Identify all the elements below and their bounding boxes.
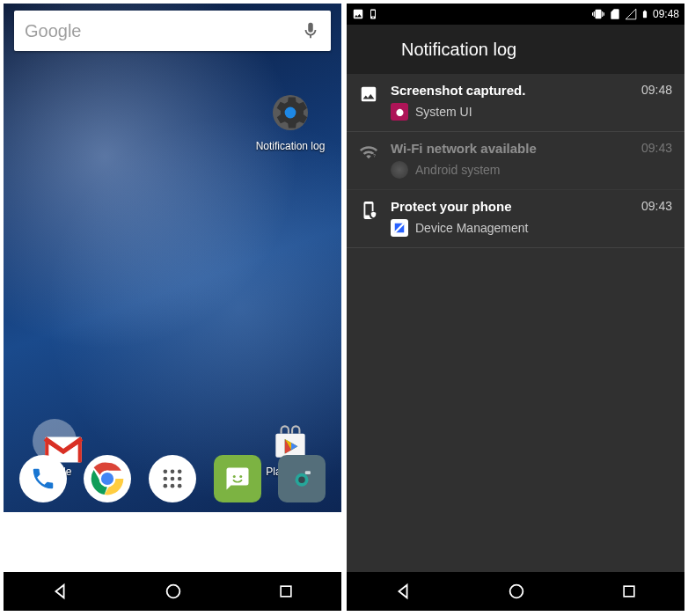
svg-point-8 xyxy=(171,470,175,474)
svg-rect-20 xyxy=(305,471,311,474)
svg-point-16 xyxy=(232,475,235,478)
battery-icon xyxy=(640,8,649,20)
svg-point-9 xyxy=(178,470,182,474)
phone-notification-log: 09:48 Notification log Screenshot captur… xyxy=(347,4,684,611)
chrome-app[interactable] xyxy=(84,455,131,502)
home-button[interactable] xyxy=(507,582,526,601)
google-search-bar[interactable]: Google xyxy=(14,11,331,51)
notification-source: Android system xyxy=(415,163,500,177)
svg-point-7 xyxy=(163,470,167,474)
notification-title: Screenshot captured. xyxy=(391,83,641,98)
message-icon xyxy=(224,466,251,492)
svg-point-1 xyxy=(285,107,296,119)
signal-icon xyxy=(625,8,637,20)
dock xyxy=(4,445,341,512)
gear-icon xyxy=(269,92,311,134)
recent-button[interactable] xyxy=(620,583,638,600)
svg-point-17 xyxy=(239,475,242,478)
svg-point-13 xyxy=(163,484,167,488)
widget-label: Notification log xyxy=(252,140,329,152)
home-wallpaper[interactable]: Google Notification log xyxy=(4,4,341,512)
phone-home: 09:48 Google Notification log xyxy=(4,4,341,611)
nav-bar xyxy=(4,572,341,611)
camera-icon xyxy=(289,466,315,492)
notification-time: 09:43 xyxy=(641,199,672,213)
notification-time: 09:43 xyxy=(641,141,672,155)
sim-icon xyxy=(609,8,621,20)
mic-icon[interactable] xyxy=(301,21,320,40)
phone-small-icon xyxy=(368,8,378,20)
svg-point-14 xyxy=(171,484,175,488)
notification-entry[interactable]: Protect your phone Device Management 09:… xyxy=(347,190,684,248)
svg-point-12 xyxy=(178,477,182,481)
notification-log-widget[interactable]: Notification log xyxy=(252,92,329,152)
home-button[interactable] xyxy=(164,582,183,601)
app-icon-android xyxy=(391,161,408,179)
search-placeholder: Google xyxy=(25,21,301,41)
svg-point-27 xyxy=(510,585,523,598)
status-bar: 09:48 xyxy=(347,4,684,25)
svg-rect-28 xyxy=(624,586,634,597)
back-button[interactable] xyxy=(393,582,413,601)
svg-point-21 xyxy=(167,585,180,598)
apps-icon xyxy=(160,466,185,491)
nav-bar xyxy=(347,572,684,611)
svg-point-19 xyxy=(298,477,305,484)
messaging-app[interactable] xyxy=(214,455,261,502)
notification-title: Wi-Fi network available xyxy=(391,141,641,156)
vibrate-icon xyxy=(591,8,605,20)
app-icon-device-mgmt xyxy=(391,219,408,237)
page-title: Notification log xyxy=(347,25,684,74)
app-drawer[interactable] xyxy=(149,455,196,502)
notification-source: Device Management xyxy=(415,221,528,235)
notification-entry[interactable]: ? Wi-Fi network available Android system… xyxy=(347,132,684,190)
notification-log-screen: Notification log Screenshot captured. ⬤ … xyxy=(347,25,684,572)
wifi-icon: ? xyxy=(359,143,378,162)
camera-app[interactable] xyxy=(278,455,326,502)
status-time: 09:48 xyxy=(653,8,679,20)
svg-point-10 xyxy=(163,477,167,481)
notification-time: 09:48 xyxy=(641,83,672,97)
back-button[interactable] xyxy=(50,582,70,601)
chrome-icon xyxy=(88,459,127,498)
picture-icon xyxy=(352,8,364,20)
phone-app[interactable] xyxy=(19,455,67,502)
shield-phone-icon xyxy=(359,201,378,220)
app-icon-systemui: ⬤ xyxy=(391,103,408,121)
recent-button[interactable] xyxy=(277,583,295,600)
svg-rect-22 xyxy=(281,586,291,597)
phone-icon xyxy=(30,466,56,492)
notification-entry[interactable]: Screenshot captured. ⬤ System UI 09:48 xyxy=(347,74,684,132)
picture-icon xyxy=(359,84,378,104)
notification-source: System UI xyxy=(415,105,472,119)
svg-point-11 xyxy=(171,477,175,481)
notification-title: Protect your phone xyxy=(391,199,641,214)
svg-point-15 xyxy=(178,484,182,488)
